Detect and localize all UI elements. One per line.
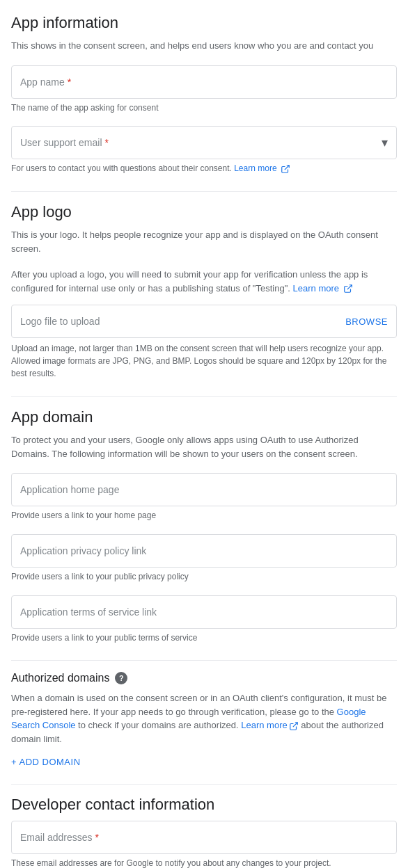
developer-contact-title: Developer contact information [11,796,397,814]
email-addresses-hint: These email addresses are for Google to … [11,858,397,868]
terms-input-wrapper[interactable]: Application terms of service link [11,595,397,629]
divider-2 [11,396,397,397]
app-name-input[interactable] [20,77,388,88]
svg-line-1 [347,285,351,289]
authorized-domains-header: Authorized domains ? [11,672,397,684]
authorized-learn-more-link[interactable]: Learn more [241,720,298,730]
user-support-email-hint: For users to contact you with questions … [11,163,397,175]
home-page-field-group: Application home page Provide users a li… [11,473,397,522]
divider-4 [11,784,397,785]
browse-button[interactable]: BROWSE [345,316,388,327]
home-page-input-wrapper[interactable]: Application home page [11,473,397,506]
terms-field-group: Application terms of service link Provid… [11,595,397,644]
logo-upload-field-group: Logo file to upload BROWSE Upload an ima… [11,305,397,380]
user-support-email-select[interactable]: User support email ▾ [11,126,397,159]
external-link-icon [281,164,290,174]
divider-3 [11,660,397,661]
terms-input[interactable] [20,606,388,618]
logo-upload-wrapper[interactable]: Logo file to upload BROWSE [11,305,397,338]
developer-contact-section: Developer contact information Email addr… [11,796,397,868]
home-page-input[interactable] [20,484,388,495]
email-addresses-input-wrapper[interactable]: Email addresses [11,821,397,854]
email-addresses-field-group: Email addresses These email addresses ar… [11,821,397,868]
home-page-hint: Provide users a link to your home page [11,510,397,522]
app-logo-desc2: After you upload a logo, you will need t… [11,268,397,295]
app-info-title: App information [11,14,397,32]
app-name-hint: The name of the app asking for consent [11,102,397,114]
authorized-domains-title: Authorized domains [11,672,109,684]
privacy-policy-input-wrapper[interactable]: Application privacy policy link [11,534,397,568]
app-info-description: This shows in the consent screen, and he… [11,39,397,53]
authorized-domains-section: Authorized domains ? When a domain is us… [11,672,397,767]
privacy-policy-input[interactable] [20,545,388,556]
add-domain-button[interactable]: + ADD DOMAIN [11,757,81,767]
app-name-input-wrapper[interactable]: App name [11,65,397,99]
app-domain-title: App domain [11,408,397,426]
user-support-learn-more-link[interactable]: Learn more [234,163,290,173]
privacy-policy-field-group: Application privacy policy link Provide … [11,534,397,583]
authorized-domains-desc: When a domain is used on the consent scr… [11,691,397,746]
svg-line-2 [293,723,297,727]
app-logo-desc1: This is your logo. It helps people recog… [11,228,397,255]
user-support-email-label: User support email [20,137,382,148]
app-logo-learn-more-link[interactable]: Learn more [293,283,353,294]
divider-1 [11,191,397,192]
user-support-email-field-group: User support email ▾ For users to contac… [11,126,397,175]
app-logo-title: App logo [11,203,397,221]
upload-hint: Upload an image, not larger than 1MB on … [11,342,397,380]
app-logo-section: App logo This is your logo. It helps peo… [11,203,397,380]
app-name-field-group: App name The name of the app asking for … [11,65,397,114]
svg-line-0 [285,166,289,170]
page-container: App information This shows in the consen… [0,0,408,868]
privacy-policy-hint: Provide users a link to your public priv… [11,571,397,583]
logo-upload-label: Logo file to upload [20,316,345,327]
app-domain-description: To protect you and your users, Google on… [11,433,397,460]
external-link-icon-3 [289,721,299,731]
terms-hint: Provide users a link to your public term… [11,632,397,644]
add-domain-label: + ADD DOMAIN [11,757,81,767]
app-domain-section: App domain To protect you and your users… [11,408,397,643]
chevron-down-icon: ▾ [382,135,388,150]
app-info-section: App information This shows in the consen… [11,14,397,175]
email-addresses-input[interactable] [20,832,388,843]
help-icon[interactable]: ? [115,672,127,684]
external-link-icon-2 [343,284,353,294]
